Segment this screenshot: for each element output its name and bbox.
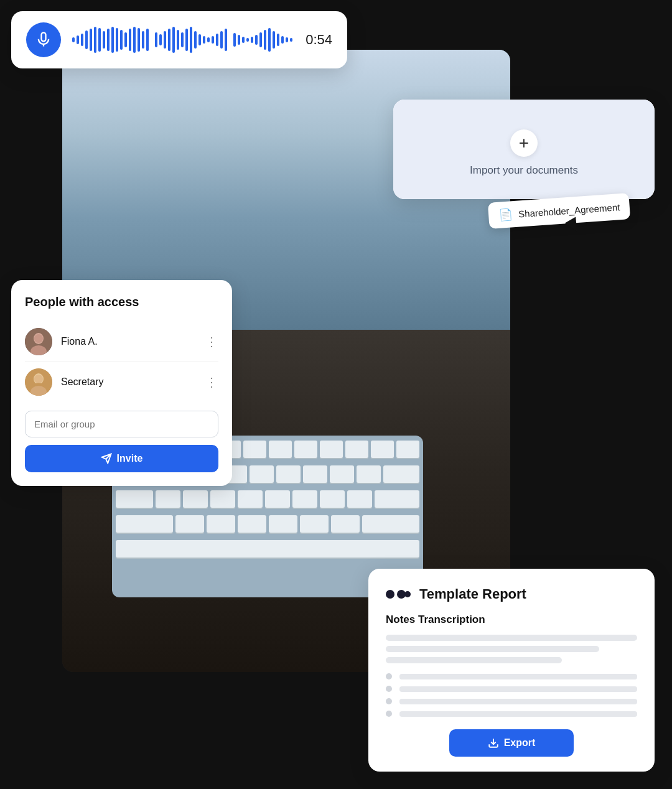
avatar-image-secretary [25, 368, 52, 396]
people-with-access-card: People with access Fiona A. ⋮ Secretary [11, 280, 232, 486]
export-button[interactable]: Export [449, 729, 574, 757]
bullet-dot [386, 698, 392, 704]
template-header: Template Report [386, 586, 637, 602]
import-dropzone[interactable]: + Import your documents [393, 100, 655, 199]
send-icon [101, 453, 112, 464]
skeleton-line [386, 657, 562, 663]
bullet-item [386, 711, 637, 717]
person-row: Secretary ⋮ [25, 362, 218, 402]
bullet-list [386, 673, 637, 717]
waveform [72, 25, 294, 55]
svg-point-3 [34, 334, 43, 343]
bullet-line [399, 699, 637, 704]
skeleton-line [386, 646, 599, 652]
avatar-secretary [25, 368, 52, 396]
email-group-input[interactable] [25, 411, 218, 437]
add-icon: + [510, 129, 538, 157]
bullet-item [386, 673, 637, 679]
people-title: People with access [25, 295, 218, 309]
bullet-dot [386, 711, 392, 717]
bullet-line [399, 711, 637, 717]
app-logo [386, 590, 411, 599]
avatar-fiona [25, 328, 52, 355]
template-report-card: Template Report Notes Transcription [368, 569, 655, 772]
document-icon: 📄 [498, 207, 512, 222]
invite-button[interactable]: Invite [25, 445, 218, 472]
more-options-secretary[interactable]: ⋮ [205, 375, 218, 390]
person-row: Fiona A. ⋮ [25, 322, 218, 362]
file-name: Shareholder_Agreement [518, 202, 620, 219]
mic-button[interactable] [26, 22, 61, 57]
skeleton-line [386, 635, 637, 641]
avatar-image-fiona [25, 328, 52, 355]
bullet-line [399, 674, 637, 679]
text-lines-group [386, 635, 637, 663]
more-options-fiona[interactable]: ⋮ [205, 334, 218, 349]
bullet-dot [386, 686, 392, 692]
microphone-icon [35, 31, 52, 49]
bullet-item [386, 686, 637, 692]
template-title: Template Report [419, 586, 526, 602]
download-icon [488, 737, 499, 749]
import-label: Import your documents [470, 164, 578, 177]
bullet-dot [386, 673, 392, 679]
import-documents-card: + Import your documents [393, 100, 655, 199]
person-name-fiona: Fiona A. [61, 336, 197, 347]
audio-time: 0:54 [306, 32, 332, 48]
svg-point-7 [34, 375, 43, 383]
bullet-item [386, 698, 637, 704]
audio-recorder-card: 0:54 [11, 11, 347, 68]
template-subtitle: Notes Transcription [386, 614, 637, 626]
bullet-line [399, 686, 637, 692]
person-name-secretary: Secretary [61, 376, 197, 388]
